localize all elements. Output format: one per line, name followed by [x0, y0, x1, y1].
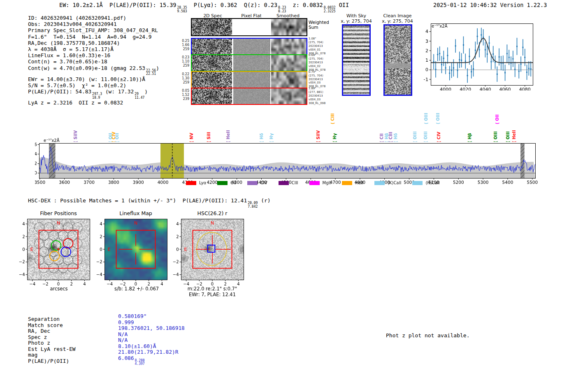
lineflux-map-canvas	[93, 213, 171, 292]
stacked-fraction: 8.2884.397	[135, 359, 145, 366]
match-field-label: P(LAE)/P(OII)	[28, 358, 76, 364]
text-segment: λ = 4038Å σ = 5.17(±1.17)Å	[28, 46, 114, 52]
fiber-positions-xlabel: arcsecs	[50, 286, 67, 292]
text-segment: 6.086	[118, 355, 134, 361]
fullspec-legend: LyαOIICIVCIIIMgIIHeII(K)CaII(H)CaII	[186, 181, 451, 185]
emission-line-label: ( CIII	[388, 132, 393, 143]
spec2d-row-weights: 0.23 1.10 259	[173, 56, 189, 68]
spec2d-row	[191, 54, 307, 72]
cleanimage-frame	[383, 24, 412, 96]
info-line: Obs: 20230413v004_4026320941	[28, 21, 159, 27]
linefit-plot-canvas	[424, 20, 539, 90]
text-segment: Cont(w) = 4.70(±0.09)e-18 (gmag 22.53	[28, 65, 145, 71]
text-segment: RA,Dec (198.375778,50.186874)	[28, 40, 120, 46]
text-segment: EWr = 14.00(±3.70) (w: 11.00(±2.10))Å	[28, 76, 145, 82]
spec2d-row-annotation: 0.69" (275, 704) 20230413 v004_02 308_RL…	[309, 53, 325, 72]
weighted-sum-label: Weighted Sum	[309, 20, 335, 30]
legend-item: MgII	[309, 181, 331, 185]
emission-line-label: ( OII	[495, 114, 499, 124]
emission-line-label: ( Hγ	[332, 133, 337, 143]
match-field-value: 8.10(±1.60)Å	[118, 343, 185, 350]
legend-swatch	[247, 181, 258, 185]
emission-line-label: ( CIV	[437, 132, 441, 143]
text-segment: LyA z = 2.3216 OII z = 0.0832	[28, 100, 123, 106]
legend-swatch	[412, 181, 423, 185]
text-segment: EW: 10.2±2.1Å P(LAE)/P(OII): 15.39	[59, 2, 176, 8]
hsc-r-canvas	[170, 213, 248, 292]
text-segment: )	[156, 65, 159, 71]
spec2d-row-canvas	[192, 55, 307, 71]
withsky-title: With Sky	[346, 13, 366, 19]
withsky-coords: x, y: 275, 704	[341, 19, 372, 24]
detection-info-block: ID: 4026320941 (4026320941.pdf)Obs: 2023…	[28, 15, 159, 106]
stacked-fraction: 28.359.503	[177, 6, 187, 13]
emission-line-label: ( OII	[115, 133, 119, 143]
photz-unavailable-note: Phot z plot not available.	[386, 332, 470, 339]
match-table-values: 0.580169"0.999198.376021, 50.186918N/AN/…	[118, 313, 185, 361]
info-line: RA,Dec (198.375778,50.186874)	[28, 40, 159, 46]
emission-line-label: ( SiII	[207, 132, 211, 143]
legend-swatch	[186, 181, 196, 185]
text-segment: )	[144, 88, 148, 95]
match-field-label: Separation	[28, 316, 76, 322]
emission-line-label: ( OIII	[424, 113, 428, 124]
emission-line-label: ( Hδ	[259, 133, 264, 143]
match-field-value: 198.376021, 50.186918	[118, 325, 185, 332]
spec2d-row-annotation: 1.89" (277, 881) 20230413 v004_03 308_RL…	[309, 87, 325, 105]
legend-item: (H)CaII	[412, 181, 439, 185]
legend-item: CIII	[279, 181, 298, 185]
spec2d-row-weights: 0.22 1.30 259	[173, 72, 189, 85]
info-line: Primary Spec_Slot_IFU_AMP: 308_047_024_R…	[28, 27, 159, 33]
text-segment: S/N = 5.7(±0.5) χ² = 1.0(±0.2)	[28, 82, 126, 88]
legend-item: OII	[217, 181, 236, 185]
cleanimage-title: Clean Image	[383, 13, 411, 19]
summary-statistics-line: EW: 10.2±2.1Å P(LAE)/P(OII): 15.3928.359…	[59, 2, 349, 13]
legend-label: HeII	[355, 181, 363, 185]
text-segment: OII	[336, 2, 349, 8]
info-line: F=1.6" T=0.154 N=1.14 A=0.94 g=24.9	[28, 34, 159, 40]
stacked-fraction: 0.230.23	[278, 6, 286, 13]
info-line: S/N = 5.7(±0.5) χ² = 1.0(±0.2)	[28, 82, 159, 88]
hsc-r-xlabel: m:22.0 re:2.1" s:0.7"	[188, 286, 237, 292]
spec2d-row-annotation: 1.08" (275, 704) 20230413 v004_01 308_RL…	[309, 37, 325, 56]
spec2d-row-annotation: 0.75" (275, 704) 20230413 v004_03 308_RL…	[309, 70, 325, 89]
legend-label: MgII	[323, 181, 331, 185]
emission-line-label: ( Hγ	[269, 133, 274, 143]
text-segment: P(Lyα): 0.362 Q(z): 0.23	[187, 2, 277, 8]
match-field-label: Photo z	[28, 340, 76, 346]
text-segment: ID: 4026320941 (4026320941.pdf)	[28, 15, 126, 21]
withsky-canvas	[343, 26, 369, 95]
info-line: Cont(n) = 3.70(±0.65)e-18	[28, 58, 159, 65]
fiber-positions-canvas	[16, 213, 94, 292]
legend-label: CIV	[260, 181, 267, 185]
emission-line-label: ( NV	[189, 133, 194, 143]
legend-swatch	[309, 181, 320, 185]
text-segment: (w: 17.32	[102, 88, 134, 95]
emission-line-label: ( HeII	[512, 130, 516, 143]
spec2d-row-canvas	[192, 88, 307, 104]
match-field-value: 21.80(21.79,21.82)R	[118, 349, 185, 355]
withsky-frame	[342, 24, 371, 96]
emission-line-label: ( HeII	[226, 130, 230, 143]
info-line: LineFlux = 1.60(±0.33)e-16	[28, 52, 159, 58]
match-table-labels: SeparationMatch scoreRA, DecSpec zPhoto …	[28, 316, 76, 364]
legend-item: CIV	[247, 181, 267, 185]
text-segment: F=1.6" T=0.154 N=1.14 A=0.94 g=24.9	[28, 34, 151, 40]
spec2d-row-weights: 0.25 1.66 259	[173, 39, 189, 51]
legend-item: (K)CaII	[374, 181, 401, 185]
cleanimage-canvas	[385, 26, 411, 95]
info-line: EWr = 14.00(±3.70) (w: 11.00(±2.10))Å	[28, 76, 159, 82]
emission-line-label: ( OIII	[413, 131, 417, 143]
spec2d-row-canvas	[192, 39, 307, 54]
match-field-value: N/A	[118, 337, 185, 343]
info-line: LyA z = 2.3216 OII z = 0.0832	[28, 100, 159, 106]
info-line: Cont(w) = 4.70(±0.09)e-18 (gmag 22.5322.…	[28, 65, 159, 76]
stacked-fraction: 0.08322.3225	[324, 6, 336, 13]
text-segment: Primary Spec_Slot_IFU_AMP: 308_047_024_R…	[28, 27, 158, 33]
legend-swatch	[342, 181, 352, 185]
text-segment: Cont(n) = 3.70(±0.65)e-18	[28, 58, 107, 65]
text-segment: LineFlux = 1.60(±0.33)e-16	[28, 52, 110, 58]
linefit-flux-units-label: e⁻¹⁷x2Å	[432, 24, 448, 28]
spec2d-row	[191, 71, 307, 88]
text-segment: P(LAE)/P(OII): 54.83	[28, 88, 91, 95]
